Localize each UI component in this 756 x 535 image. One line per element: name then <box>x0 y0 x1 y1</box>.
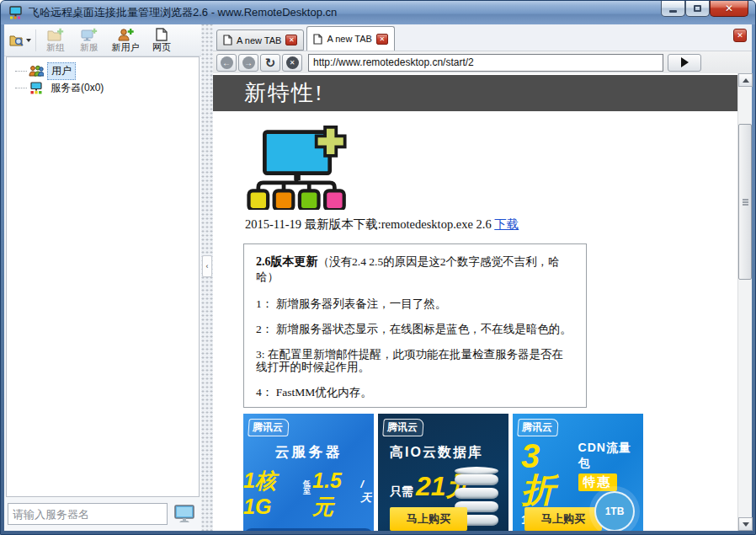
ad1-price: 1核1G低至1.5元/天 <box>243 467 374 521</box>
refresh-button[interactable] <box>260 54 280 72</box>
title-bar[interactable]: 飞哈远程桌面连接批量管理浏览器2.6 - www.RemoteDesktop.c… <box>1 1 755 24</box>
close-button[interactable] <box>710 1 748 17</box>
chevron-down-icon <box>26 39 31 42</box>
web-page-button[interactable]: 网页 <box>145 26 178 55</box>
app-window: 飞哈远程桌面连接批量管理浏览器2.6 - www.RemoteDesktop.c… <box>0 0 756 535</box>
new-user-button[interactable]: 新用户 <box>106 26 145 55</box>
page-icon <box>313 34 322 45</box>
new-user-label: 新用户 <box>112 42 140 52</box>
ad3-product: CDN流量包 <box>578 441 643 471</box>
new-server-label: 新服 <box>80 42 98 52</box>
ad2-price-prefix: 只需 <box>390 484 413 500</box>
page-icon <box>223 35 232 45</box>
server-tree: 用户 服务器(0x0) <box>6 56 200 497</box>
ad-tencent-cloud-server[interactable]: 腾讯云 云服务器 1核1G低至1.5元/天 稳定 高速 安全 | 送50G硬盘 … <box>243 414 374 531</box>
go-button[interactable] <box>668 54 701 72</box>
new-user-icon <box>117 28 134 41</box>
tab-2-active[interactable]: A new TAB <box>306 26 394 51</box>
release-note-item: 4： FastMM优化内存。 <box>256 386 574 399</box>
navigation-toolbar <box>213 51 752 73</box>
tree-connector <box>15 88 27 88</box>
maximize-button[interactable] <box>685 1 710 17</box>
scroll-up-button[interactable] <box>738 73 753 87</box>
server-network-icon <box>29 82 44 94</box>
ad1-price-mid-bottom: 至 <box>303 488 311 495</box>
address-bar[interactable] <box>308 54 663 72</box>
new-group-icon <box>47 28 64 41</box>
toolbar-separator <box>35 29 36 51</box>
vertical-scrollbar[interactable] <box>737 73 752 531</box>
tab-bar: A new TAB A new TAB <box>213 24 752 51</box>
tab-1-label: A new TAB <box>237 35 281 45</box>
tree-item-servers-label: 服务器(0x0) <box>47 80 107 96</box>
new-server-button: 新服 <box>72 26 106 55</box>
monitor-icon <box>173 504 195 524</box>
release-note-item: 1： 新增服务器列表备注，一目了然。 <box>256 297 574 310</box>
tab-2-close-icon[interactable] <box>376 34 388 45</box>
tree-item-servers[interactable]: 服务器(0x0) <box>15 79 195 96</box>
ad2-buy-button[interactable]: 马上购买 <box>390 507 467 531</box>
scroll-down-button[interactable] <box>738 517 753 531</box>
tab-1-close-icon[interactable] <box>285 35 297 45</box>
tencent-cloud-logo: 腾讯云 <box>382 419 423 436</box>
arrow-down-icon <box>743 522 749 527</box>
ad1-price-big: 1.5元 <box>312 468 360 521</box>
close-tab-button[interactable] <box>733 29 747 42</box>
ad3-buy-button[interactable]: 马上购买 <box>524 507 602 531</box>
release-notes-heading: 2.6版本更新（没有2.4 2.5的原因是这2个数字感觉不吉利，哈哈） <box>256 254 574 285</box>
ad-tencent-cloud-database[interactable]: 腾讯云 高IO云数据库 只需 21元 马上购买 <box>378 414 508 531</box>
remote-desktop-logo-icon <box>245 126 351 210</box>
collapse-panel-button[interactable] <box>202 255 212 277</box>
ad-tencent-cloud-cdn[interactable]: 腾讯云 3折 CDN流量包 特惠 100元即享1TB流量 <box>513 414 643 531</box>
web-page-content: 新特性! 20 <box>213 73 737 531</box>
panel-splitter[interactable] <box>201 24 213 531</box>
ad2-title: 高IO云数据库 <box>390 444 508 462</box>
tree-item-users-label: 用户 <box>47 62 76 80</box>
ad1-title: 云服务器 <box>243 442 374 462</box>
minimize-button[interactable] <box>661 1 685 17</box>
server-name-input[interactable] <box>8 503 168 525</box>
stop-icon <box>286 56 299 69</box>
tree-connector <box>15 71 27 72</box>
view-dropdown-button[interactable] <box>8 28 33 53</box>
ad1-price-unit: /天 <box>360 478 374 506</box>
app-icon <box>8 6 24 19</box>
back-button[interactable] <box>216 54 237 72</box>
tencent-cloud-logo: 腾讯云 <box>248 419 289 436</box>
tree-item-users[interactable]: 用户 <box>15 62 195 79</box>
release-note-item: 3: 在配置里新增邮件提醒，此项功能在批量检查服务器是否在线打开的时候起作用。 <box>256 348 574 373</box>
download-text: 2015-11-19 最新版本下载:remotedesktop.exe 2.6 <box>245 217 494 231</box>
tab-2-label: A new TAB <box>327 34 371 44</box>
scrollbar-thumb[interactable] <box>738 124 752 280</box>
users-group-icon <box>29 65 44 77</box>
back-arrow-icon <box>221 56 233 69</box>
stop-button[interactable] <box>282 54 302 72</box>
thumb-grip <box>743 199 748 201</box>
web-page-icon <box>156 28 168 41</box>
forward-arrow-icon <box>242 56 255 69</box>
download-line: 2015-11-19 最新版本下载:remotedesktop.exe 2.6 … <box>245 217 737 233</box>
sidebar: 新组 新服 新用户 <box>4 24 201 531</box>
ad-row: 腾讯云 云服务器 1核1G低至1.5元/天 稳定 高速 安全 | 送50G硬盘 … <box>243 414 737 531</box>
tab-1[interactable]: A new TAB <box>216 29 304 51</box>
go-arrow-icon <box>681 57 689 67</box>
window-title: 飞哈远程桌面连接批量管理浏览器2.6 - www.RemoteDesktop.c… <box>29 5 337 20</box>
ad1-features: 稳定 高速 安全 | 送50G硬盘 <box>243 528 374 531</box>
refresh-icon <box>265 56 276 69</box>
forward-button[interactable] <box>238 54 258 72</box>
browser-panel: A new TAB A new TAB <box>213 24 752 531</box>
ad3-1tb-badge: 1TB <box>594 491 635 531</box>
page-title: 新特性! <box>213 75 737 111</box>
connect-button[interactable] <box>171 501 198 527</box>
version-title: 2.6版本更新 <box>256 255 318 268</box>
new-group-button: 新组 <box>39 26 72 55</box>
ad3-discount: 3折 <box>521 439 573 506</box>
new-server-icon <box>81 28 98 41</box>
web-page-label: 网页 <box>152 42 171 52</box>
folder-search-icon <box>9 34 24 47</box>
release-notes-box: 2.6版本更新（没有2.4 2.5的原因是这2个数字感觉不吉利，哈哈） 1： 新… <box>243 243 587 408</box>
new-group-label: 新组 <box>46 42 65 52</box>
arrow-up-icon <box>743 78 749 83</box>
release-note-item: 2： 新增服务器状态显示，在线图标是蓝色，不在线是暗色的。 <box>256 323 574 335</box>
download-link[interactable]: 下载 <box>494 217 519 231</box>
